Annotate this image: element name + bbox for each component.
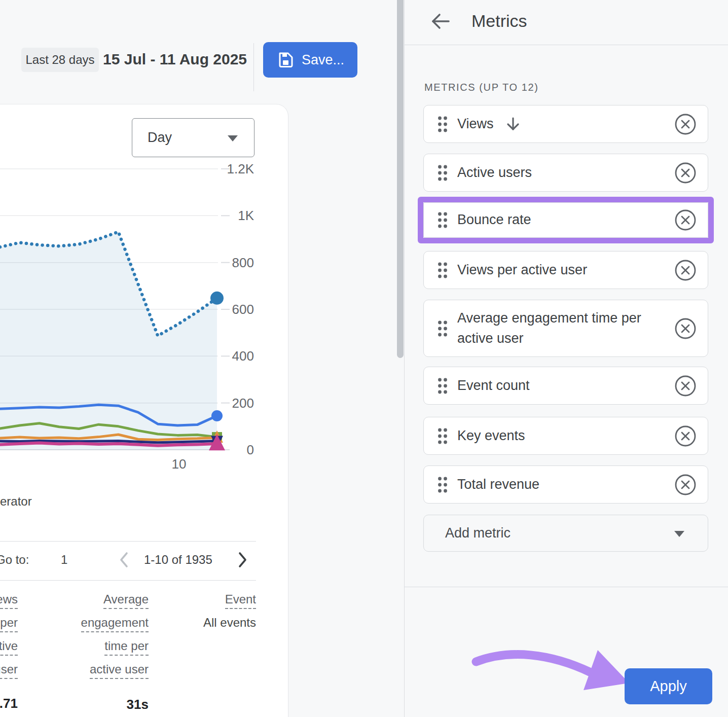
add-metric-label: Add metric: [445, 525, 511, 541]
granularity-select[interactable]: Day: [132, 118, 254, 157]
chevron-down-icon: [228, 135, 238, 141]
save-button[interactable]: Save...: [263, 42, 357, 78]
drag-handle-icon[interactable]: [437, 475, 448, 494]
column-header-event: Event All events: [152, 592, 256, 630]
event-filter-dropdown[interactable]: All events: [152, 616, 256, 630]
annotation-arrow: [469, 640, 641, 698]
remove-metric-icon[interactable]: [674, 317, 697, 340]
divider: [0, 580, 256, 581]
remove-metric-icon[interactable]: [674, 209, 697, 231]
remove-metric-icon[interactable]: [674, 162, 697, 184]
metric-chip-bounce-rate[interactable]: Bounce rate: [423, 202, 708, 238]
previous-page-icon[interactable]: [118, 551, 130, 569]
metric-label: Active users: [457, 163, 532, 183]
remove-metric-icon[interactable]: [674, 474, 697, 496]
svg-text:600: 600: [232, 302, 254, 317]
column-header-avg-engagement-time: Average engagement time per active user: [30, 592, 149, 686]
metric-label: Views per active user: [457, 260, 587, 280]
granularity-value: Day: [148, 130, 172, 146]
metric-label: Views: [457, 114, 494, 134]
table-cell-views-per-active-user: .71: [0, 696, 18, 711]
metric-label: Total revenue: [457, 475, 539, 494]
date-range-text[interactable]: 15 Jul - 11 Aug 2025: [103, 51, 247, 68]
remove-metric-icon[interactable]: [674, 113, 697, 135]
metric-chip-views[interactable]: Views: [423, 105, 708, 143]
svg-text:10: 10: [172, 456, 187, 472]
svg-text:1K: 1K: [238, 208, 254, 223]
pagination-range-text: 1-10 of 1935: [144, 553, 212, 567]
metrics-section-label: METRICS (UP TO 12): [424, 82, 539, 93]
panel-footer-divider: [405, 587, 728, 587]
page-number-input[interactable]: 1: [61, 553, 67, 567]
panel-header-divider: [405, 45, 728, 45]
metric-label: Key events: [457, 426, 525, 446]
highlight-box: Bounce rate: [418, 197, 714, 243]
drag-handle-icon[interactable]: [437, 163, 448, 183]
panel-title: Metrics: [471, 11, 527, 31]
add-metric-dropdown[interactable]: Add metric: [423, 515, 708, 552]
metric-chip-avg-engagement-time[interactable]: Average engagement time per active user: [423, 300, 708, 357]
metric-label: Bounce rate: [457, 210, 531, 230]
remove-metric-icon[interactable]: [674, 375, 697, 397]
svg-text:1.2K: 1.2K: [227, 162, 254, 176]
metric-chip-key-events[interactable]: Key events: [423, 417, 708, 455]
divider: [0, 541, 256, 542]
back-arrow-icon[interactable]: [428, 11, 452, 31]
table-cell-avg-engagement-time: 31s: [46, 697, 149, 712]
date-range-chip[interactable]: Last 28 days: [21, 48, 99, 72]
metric-label: Average engagement time per active user: [457, 308, 650, 348]
goto-label: Go to:: [0, 553, 29, 567]
drag-handle-icon[interactable]: [437, 426, 448, 446]
remove-metric-icon[interactable]: [674, 425, 697, 447]
svg-text:0: 0: [247, 442, 254, 457]
apply-button[interactable]: Apply: [625, 668, 712, 704]
chevron-down-icon: [674, 531, 684, 537]
timeseries-chart: 02004006008001K1.2K10: [0, 162, 260, 479]
drag-handle-icon[interactable]: [437, 376, 448, 396]
column-header-views-per-active-user: Views per active user: [0, 592, 18, 686]
drag-handle-icon[interactable]: [437, 115, 448, 134]
toolbar-divider: [253, 43, 254, 91]
vertical-scrollbar[interactable]: [397, 0, 404, 358]
drag-handle-icon[interactable]: [437, 210, 448, 230]
save-button-label: Save...: [302, 52, 344, 68]
metric-chip-active-users[interactable]: Active users: [423, 154, 708, 192]
next-page-icon[interactable]: [236, 551, 248, 569]
save-icon: [276, 51, 295, 69]
drag-handle-icon[interactable]: [437, 261, 448, 280]
filter-text-fragment: erator: [0, 494, 32, 509]
svg-text:400: 400: [232, 348, 254, 364]
svg-text:800: 800: [232, 255, 254, 270]
metric-label: Event count: [457, 376, 530, 396]
metric-chip-views-per-active-user[interactable]: Views per active user: [423, 251, 708, 289]
sort-descending-icon[interactable]: [505, 115, 521, 133]
drag-handle-icon[interactable]: [437, 319, 448, 338]
metric-chip-event-count[interactable]: Event count: [423, 367, 708, 405]
metric-chip-total-revenue[interactable]: Total revenue: [423, 465, 708, 504]
remove-metric-icon[interactable]: [674, 259, 697, 281]
svg-text:200: 200: [232, 396, 254, 411]
